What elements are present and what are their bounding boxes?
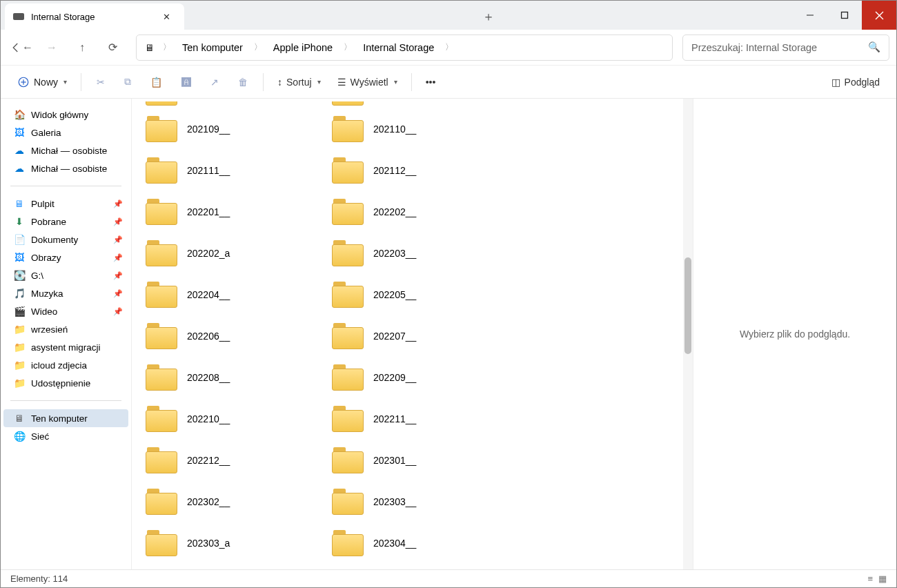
details-view-button[interactable]: ≡ [867,574,873,584]
folder-item[interactable]: 202110__ [332,108,518,150]
folder-item[interactable]: 202205__ [332,274,518,315]
sidebar-item-obrazy[interactable]: 🖼Obrazy📌 [3,248,128,266]
search-input[interactable]: Przeszukaj: Internal Storage 🔍 [682,35,889,61]
folder-item[interactable]: 202111__ [146,150,332,191]
sort-button[interactable]: ↕ Sortuj ▾ [270,74,328,90]
scrollbar-thumb[interactable] [684,257,691,354]
folder-name: 202204__ [187,289,230,300]
preview-pane: Wybierz plik do podglądu. [693,99,896,569]
breadcrumb-item[interactable]: Internal Storage [359,41,438,55]
back-button[interactable]: ← [8,35,35,60]
sidebar-item-icloud-zdjecia[interactable]: 📁icloud zdjecia [3,356,128,374]
sidebar-item-widok-g-wny[interactable]: 🏠Widok główny [3,106,128,124]
new-tab-button[interactable]: ＋ [475,3,502,30]
chevron-right-icon[interactable]: 〉 [250,41,266,53]
sidebar-item-pobrane[interactable]: ⬇Pobrane📌 [3,213,128,231]
folder-item[interactable]: 202202__ [332,191,518,233]
folder-item[interactable]: 202206__ [146,315,332,357]
chevron-down-icon: ▾ [63,78,67,86]
sort-icon: ↕ [277,77,282,88]
browser-tab[interactable]: Internal Storage ✕ [5,3,184,30]
new-button[interactable]: Nowy ▾ [10,73,74,91]
sidebar-item-wideo[interactable]: 🎬Wideo📌 [3,302,128,320]
share-button[interactable]: ↗ [202,74,227,90]
folder-item[interactable]: 202209__ [332,357,518,398]
sidebar-item-micha-osobiste[interactable]: ☁Michał — osobiste [3,141,128,159]
folder-name: 202301__ [373,455,416,466]
preview-toggle-button[interactable]: ◫ Podgląd [825,74,887,90]
item-count-label: Elementy: 114 [10,574,68,584]
folder-item[interactable]: 202207__ [332,315,518,357]
sidebar-item-g-[interactable]: 💽G:\📌 [3,266,128,284]
minimize-button[interactable] [793,1,827,30]
folder-item[interactable]: 202302__ [146,481,332,522]
folder-name: 202211__ [373,413,416,424]
sidebar-item-label: wrzesień [31,324,68,335]
breadcrumb-item[interactable]: Apple iPhone [269,41,337,55]
onedrive-icon: ☁ [13,162,26,175]
sidebar-item-label: Dokumenty [31,235,78,245]
chevron-right-icon[interactable]: 〉 [441,41,457,53]
nav-bar: ← → ↑ ⟳ 🖥 〉 Ten komputer 〉 Apple iPhone … [1,30,896,66]
copy-button[interactable]: ⧉ [116,73,139,90]
folder-item[interactable]: 202303__ [332,481,518,522]
chevron-down-icon: ▾ [317,78,321,86]
folder-grid[interactable]: 202109__202110__202111__202112__202201__… [132,99,683,569]
folder-item[interactable]: 202203__ [332,233,518,274]
sidebar-item-asystent-migracji[interactable]: 📁asystent migracji [3,338,128,356]
folder-item[interactable]: 202109__ [146,108,332,150]
folder-icon [332,157,364,184]
folder-item[interactable]: 202210__ [146,398,332,440]
pin-icon: 📌 [113,289,123,298]
folder-item[interactable]: 202301__ [332,440,518,481]
more-button[interactable]: ••• [419,74,443,90]
content-area: 🏠Widok główny🖼Galeria☁Michał — osobiste☁… [1,99,896,569]
rename-button[interactable]: 🅰 [173,74,199,90]
sidebar-item-ten-komputer[interactable]: 🖥Ten komputer [3,409,128,427]
app-icon [13,13,24,20]
folder-name: 202201__ [187,206,230,217]
maximize-button[interactable] [827,1,862,30]
folder-icon [332,282,364,308]
folder-item[interactable]: 202204__ [146,274,332,315]
folder-icon [146,199,177,225]
sidebar-item-muzyka[interactable]: 🎵Muzyka📌 [3,284,128,302]
chevron-right-icon[interactable]: 〉 [339,41,356,53]
folder-item[interactable]: 202212__ [146,440,332,481]
close-tab-icon[interactable]: ✕ [157,7,176,26]
cut-button[interactable]: ✂ [88,74,113,90]
preview-icon: ◫ [831,77,840,88]
up-button[interactable]: ↑ [68,35,96,60]
forward-button[interactable]: → [38,35,66,60]
folder-item[interactable]: 202304__ [332,522,518,564]
chevron-right-icon[interactable]: 〉 [159,41,175,53]
folder-name: 202110__ [373,124,416,135]
sidebar-item-wrzesie-[interactable]: 📁wrzesień [3,320,128,338]
sidebar-item-sie-[interactable]: 🌐Sieć [3,427,128,445]
breadcrumb-item[interactable]: Ten komputer [178,41,247,55]
address-bar[interactable]: 🖥 〉 Ten komputer 〉 Apple iPhone 〉 Intern… [136,35,673,61]
folder-icon [146,530,177,556]
delete-button[interactable]: 🗑 [230,74,256,90]
folder-item[interactable]: 202201__ [146,191,332,233]
sidebar-item-micha-osobiste[interactable]: ☁Michał — osobiste [3,159,128,177]
scrollbar[interactable] [683,99,693,569]
folder-item[interactable]: 202211__ [332,398,518,440]
sidebar-item-label: asystent migracji [31,342,101,353]
sidebar-item-dokumenty[interactable]: 📄Dokumenty📌 [3,231,128,248]
sidebar-item-pulpit[interactable]: 🖥Pulpit📌 [3,195,128,213]
folder-item[interactable]: 202208__ [146,357,332,398]
paste-button[interactable]: 📋 [142,74,170,90]
folder-icon [332,406,364,432]
search-placeholder: Przeszukaj: Internal Storage [691,42,817,53]
onedrive-icon: ☁ [13,144,26,157]
close-window-button[interactable] [862,1,896,30]
sidebar-item-galeria[interactable]: 🖼Galeria [3,124,128,141]
folder-item[interactable]: 202202_a [146,233,332,274]
view-button[interactable]: ☰ Wyświetl ▾ [331,74,404,90]
sidebar-item-udost-pnienie[interactable]: 📁Udostępnienie [3,374,128,392]
refresh-button[interactable]: ⟳ [99,35,126,60]
thumbnails-view-button[interactable]: ▦ [878,574,887,584]
folder-item[interactable]: 202112__ [332,150,518,191]
folder-item[interactable]: 202303_a [146,522,332,564]
